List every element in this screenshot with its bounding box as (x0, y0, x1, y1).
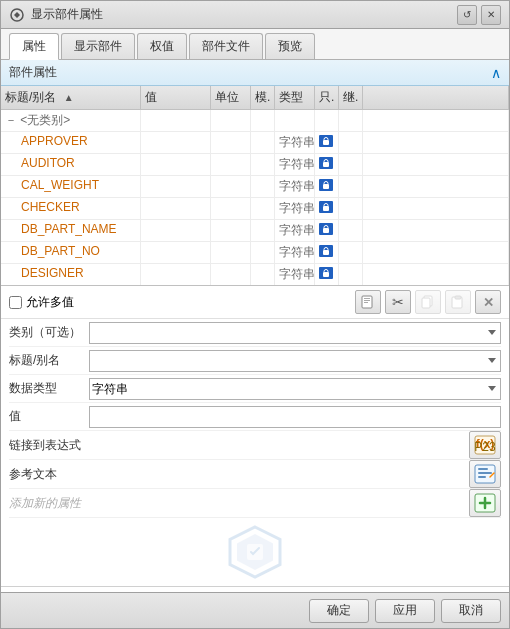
table-row[interactable]: CHECKER 字符串 (1, 198, 509, 220)
apply-button[interactable]: 应用 (375, 599, 435, 623)
ok-button[interactable]: 确定 (309, 599, 369, 623)
row-category-name: － <无类别> (1, 110, 141, 131)
svg-text:P23: P23 (474, 440, 496, 454)
allow-multiple-checkbox-row: 允许多值 (9, 294, 351, 311)
watermark-area (1, 518, 509, 586)
row-approver-name: APPROVER (1, 132, 141, 153)
svg-rect-4 (323, 206, 329, 211)
svg-rect-21 (478, 468, 488, 470)
svg-rect-14 (422, 298, 430, 308)
add-new-button[interactable] (469, 489, 501, 517)
col-header-readonly: 只. (315, 86, 339, 109)
sort-arrow: ▲ (64, 92, 74, 103)
tab-attributes[interactable]: 属性 (9, 33, 59, 60)
tab-part-file[interactable]: 部件文件 (189, 33, 263, 59)
title-bar: 显示部件属性 ↺ ✕ (1, 1, 509, 29)
col-header-extra (363, 86, 509, 109)
ref-text-button[interactable] (469, 460, 501, 488)
add-new-control (89, 489, 501, 517)
data-type-label: 数据类型 (9, 380, 89, 397)
readonly-icon (319, 245, 333, 257)
toolbar-row: 允许多值 ✂ ✕ (1, 286, 509, 319)
svg-rect-11 (364, 300, 370, 301)
category-row: 类别（可选） (9, 319, 501, 347)
table-row[interactable]: APPROVER 字符串 (1, 132, 509, 154)
value-row: 值 (9, 403, 501, 431)
cut-button[interactable]: ✂ (385, 290, 411, 314)
col-header-mod: 模. (251, 86, 275, 109)
ref-text-label: 参考文本 (9, 466, 89, 483)
category-control (89, 322, 501, 344)
formula-button[interactable]: f(x) P23 (469, 431, 501, 459)
title-alias-select[interactable] (89, 350, 501, 372)
paste-button[interactable] (445, 290, 471, 314)
add-new-row: 添加新的属性 (9, 489, 501, 518)
row-approver-type: 字符串 (275, 132, 315, 153)
window-icon (9, 7, 25, 23)
tabs-bar: 属性 显示部件 权值 部件文件 预览 (1, 29, 509, 60)
svg-rect-12 (364, 302, 368, 303)
section-header: 部件属性 ∧ (1, 60, 509, 86)
data-type-control: 字符串 整数 实数 布尔 (89, 378, 501, 400)
table-row[interactable]: AUDITOR 字符串 (1, 154, 509, 176)
col-header-inherit: 继. (339, 86, 363, 109)
data-type-select[interactable]: 字符串 整数 实数 布尔 (89, 378, 501, 400)
svg-rect-3 (323, 184, 329, 189)
value-input[interactable] (89, 406, 501, 428)
new-button[interactable] (355, 290, 381, 314)
table-body: － <无类别> APPROVER 字符串 (1, 110, 509, 285)
value-control (89, 406, 501, 428)
add-new-label: 添加新的属性 (9, 495, 89, 512)
title-alias-label: 标题/别名 (9, 352, 89, 369)
copy-button[interactable] (415, 290, 441, 314)
content-area: 部件属性 ∧ 标题/别名 ▲ 值 单位 模. 类型 只. 继. － (1, 60, 509, 592)
form-section: 类别（可选） 标题/别名 数据类型 (1, 319, 509, 518)
attributes-table-wrapper: 标题/别名 ▲ 值 单位 模. 类型 只. 继. － <无类别> (1, 86, 509, 286)
footer-bar: 确定 应用 取消 (1, 592, 509, 628)
svg-rect-5 (323, 228, 329, 233)
table-row[interactable]: DB_PART_NAME 字符串 (1, 220, 509, 242)
allow-multiple-checkbox[interactable] (9, 296, 22, 309)
allow-multiple-label: 允许多值 (26, 294, 74, 311)
value-label: 值 (9, 408, 89, 425)
tab-preview[interactable]: 预览 (265, 33, 315, 59)
table-row[interactable]: DB_PART_NO 字符串 (1, 242, 509, 264)
formula-row: 链接到表达式 f(x) P23 (9, 431, 501, 460)
svg-rect-2 (323, 162, 329, 167)
window-title: 显示部件属性 (31, 6, 457, 23)
title-controls: ↺ ✕ (457, 5, 501, 25)
svg-rect-7 (323, 272, 329, 277)
category-label: 类别（可选） (9, 324, 89, 341)
readonly-icon (319, 267, 333, 279)
svg-rect-16 (455, 296, 461, 299)
main-window: 显示部件属性 ↺ ✕ 属性 显示部件 权值 部件文件 预览 部件属性 ∧ 标题/… (0, 0, 510, 629)
title-alias-control (89, 350, 501, 372)
col-header-unit: 单位 (211, 86, 251, 109)
watermark-icon (225, 522, 285, 582)
collapse-icon[interactable]: ∧ (491, 65, 501, 81)
ref-text-row: 参考文本 (9, 460, 501, 489)
svg-rect-10 (364, 298, 370, 299)
tab-rights[interactable]: 权值 (137, 33, 187, 59)
svg-rect-23 (478, 476, 486, 478)
reset-button[interactable]: ↺ (457, 5, 477, 25)
table-row[interactable]: － <无类别> (1, 110, 509, 132)
svg-rect-6 (323, 250, 329, 255)
cancel-button[interactable]: 取消 (441, 599, 501, 623)
delete-button[interactable]: ✕ (475, 290, 501, 314)
readonly-icon (319, 135, 333, 147)
table-row[interactable]: CAL_WEIGHT 字符串 (1, 176, 509, 198)
table-row[interactable]: DESIGNER 字符串 (1, 264, 509, 285)
ref-text-control (89, 460, 501, 488)
title-alias-row: 标题/别名 (9, 347, 501, 375)
section-title: 部件属性 (9, 64, 57, 81)
col-header-value: 值 (141, 86, 211, 109)
formula-label: 链接到表达式 (9, 437, 89, 454)
svg-rect-22 (478, 472, 492, 474)
tab-display-parts[interactable]: 显示部件 (61, 33, 135, 59)
close-button[interactable]: ✕ (481, 5, 501, 25)
category-select[interactable] (89, 322, 501, 344)
readonly-icon (319, 157, 333, 169)
formula-control: f(x) P23 (89, 431, 501, 459)
data-type-row: 数据类型 字符串 整数 实数 布尔 (9, 375, 501, 403)
